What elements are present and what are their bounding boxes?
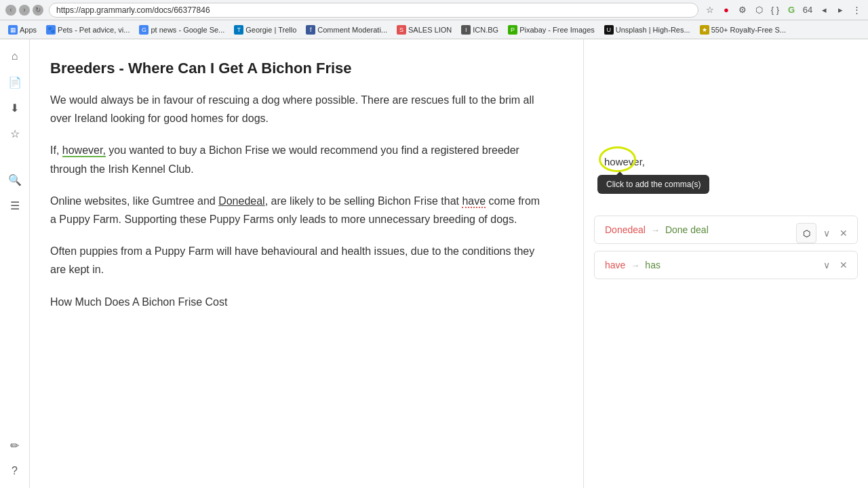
bookmark-unsplash[interactable]: U Unsplash | High-Res... [601,24,693,36]
settings-icon[interactable]: ⚙ [736,4,749,16]
doc-heading: Breeders - Where Can I Get A Bichon Fris… [50,60,542,77]
sidebar-docs-icon[interactable]: ☰ [5,195,25,216]
issue-have-text: have → has [605,260,847,270]
issue-have-arrow: → [631,260,639,270]
url-text: https://app.grammarly.com/docs/66377846 [56,5,210,15]
bookmark-sales-lion[interactable]: S SALES LION [394,24,454,36]
apps-label: Apps [20,26,37,34]
paragraph-5: How Much Does A Bichon Frise Cost [50,293,542,311]
sidebar-help-icon[interactable]: ? [5,461,25,481]
extensions-icon[interactable]: ⬡ [753,4,765,16]
sidebar-search-icon[interactable]: 🔍 [5,169,25,190]
address-bar[interactable]: https://app.grammarly.com/docs/66377846 [49,3,698,18]
donedeal-expand-button[interactable]: ⬡ [796,223,816,243]
issue-card-donedeal: Donedeal → Done deal ⬡ ∨ ✕ [594,216,858,244]
issue-cards-container: Donedeal → Done deal ⬡ ∨ ✕ have → [584,209,868,293]
issue-have-original: have [605,260,625,270]
pt-news-favicon: G [139,25,149,35]
sidebar-import-icon[interactable]: ⬇ [5,98,25,118]
forward-button[interactable]: › [19,5,30,16]
sidebar-home-icon[interactable]: ⌂ [5,46,25,66]
bookmark-pets[interactable]: 🐾 Pets - Pet advice, vi... [43,24,132,36]
icn-bg-label: ICN.BG [473,26,498,34]
icn-bg-favicon: I [461,25,471,35]
bookmark-royalty[interactable]: ★ 550+ Royalty-Free S... [697,24,789,36]
tooltip-area: however, Click to add the comma(s) [604,156,645,168]
refresh-button[interactable]: ↻ [33,5,43,16]
bookmarks-bar: ▦ Apps 🐾 Pets - Pet advice, vi... G pt n… [0,20,868,39]
royalty-label: 550+ Royalty-Free S... [711,26,786,34]
have-chevron-down[interactable]: ∨ [821,258,833,272]
paragraph-2: If, however, you wanted to buy a Bichon … [50,141,542,178]
sidebar-new-doc-icon[interactable]: 📄 [5,72,25,92]
back-button[interactable]: ‹ [5,5,16,16]
nav-right-icon[interactable]: ▸ [834,4,846,16]
paragraph-3: Online websites, like Gumtree and Donede… [50,192,542,228]
nav-left-icon[interactable]: ◂ [818,4,830,16]
unsplash-favicon: U [604,25,614,35]
georgie-label: Georgie | Trello [245,26,296,34]
issue-donedeal-arrow: → [651,225,660,235]
sidebar-favorite-icon[interactable]: ☆ [5,123,25,144]
menu-dots-icon[interactable]: ⋮ [850,4,863,16]
issue-donedeal-original: Donedeal [605,224,646,235]
main-layout: ⌂ 📄 ⬇ ☆ 🔍 ☰ ✏ ? Breeders - Where Can I G… [0,39,868,488]
sales-lion-label: SALES LION [408,26,452,34]
left-sidebar: ⌂ 📄 ⬇ ☆ 🔍 ☰ ✏ ? [0,39,30,488]
bookmark-comment[interactable]: f Comment Moderati... [303,24,390,36]
bookmark-icn-bg[interactable]: I ICN.BG [458,24,501,36]
pt-news-label: pt news - Google Se... [151,26,224,34]
tooltip-word-container[interactable]: however, [604,156,645,168]
pixabay-favicon: P [508,25,517,35]
bookmark-pt-news[interactable]: G pt news - Google Se... [136,24,227,36]
issue-have-actions: ∨ ✕ [821,258,850,272]
unsplash-label: Unsplash | High-Res... [616,26,690,34]
apps-favicon: ▦ [8,25,18,35]
pixabay-label: Pixabay - Free Images [519,26,595,34]
paragraph-1: We would always be in favour of rescuing… [50,91,542,127]
browser-actions: ☆ ● ⚙ ⬡ { } G 64 ◂ ▸ ⋮ [704,4,863,16]
editor-wrapper: Breeders - Where Can I Get A Bichon Fris… [30,39,868,488]
issue-donedeal-replacement: Done deal [665,224,709,235]
browser-chrome: ‹ › ↻ https://app.grammarly.com/docs/663… [0,0,868,20]
have-word[interactable]: have [462,195,486,208]
right-panel: however, Click to add the comma(s) Doned… [583,39,868,488]
pets-label: Pets - Pet advice, vi... [58,26,130,34]
comment-favicon: f [306,25,315,35]
star-icon[interactable]: ☆ [704,4,716,16]
browser-controls[interactable]: ‹ › ↻ [5,5,43,16]
tooltip-action-text: Click to add the comma(s) [606,180,701,189]
grammarly-icon[interactable]: G [785,4,797,16]
georgie-favicon: T [234,25,243,35]
paragraph-4: Often puppies from a Puppy Farm will hav… [50,242,542,279]
donedeal-close-button[interactable]: ✕ [837,223,850,243]
issue-card-have: have → has ∨ ✕ [594,251,858,279]
tooltip-word: however, [604,156,645,167]
bookmark-apps[interactable]: ▦ Apps [5,24,39,36]
have-close-button[interactable]: ✕ [837,258,850,272]
issue-have-replacement: has [645,260,660,270]
bookmark-pixabay[interactable]: P Pixabay - Free Images [505,24,597,36]
royalty-favicon: ★ [700,25,709,35]
tooltip-arrow [616,171,623,175]
bookmark-georgie[interactable]: T Georgie | Trello [231,24,299,36]
donedeal-chevron-down[interactable]: ∨ [821,223,833,243]
pinterest-icon[interactable]: ● [720,4,732,16]
pets-favicon: 🐾 [46,25,56,35]
issue-donedeal-actions: ⬡ ∨ ✕ [796,223,850,243]
tooltip-bubble[interactable]: Click to add the comma(s) [597,175,709,194]
sales-lion-favicon: S [397,25,406,35]
however-word[interactable]: however, [62,144,106,157]
donedeal-link[interactable]: Donedeal [218,195,265,207]
sidebar-pen-icon[interactable]: ✏ [5,435,25,455]
editor-area[interactable]: Breeders - Where Can I Get A Bichon Fris… [30,39,583,488]
comment-label: Comment Moderati... [317,26,387,34]
code-icon[interactable]: { } [769,4,781,16]
counter-icon[interactable]: 64 [802,4,814,16]
